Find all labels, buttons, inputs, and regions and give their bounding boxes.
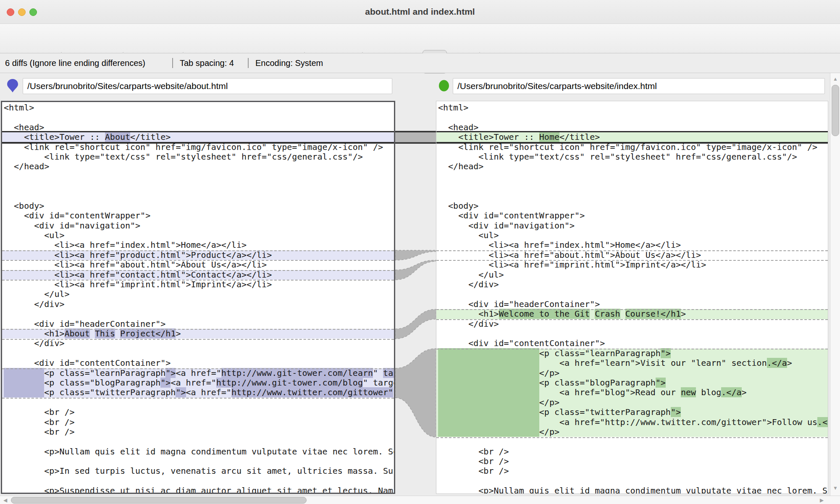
left-code-pane[interactable]: <html> <head> <title>Tower :: About</tit…	[1, 101, 395, 494]
scroll-down-arrow-icon[interactable]: ▼	[833, 486, 838, 491]
code-line: <body>	[2, 201, 394, 211]
code-line: <link type="text/css" rel="stylesheet" h…	[436, 152, 828, 162]
code-line	[436, 476, 828, 486]
code-line: <li><a href="about.html">About Us</a></l…	[2, 260, 394, 270]
code-line: <a href="blog">Read our new blog.</a>	[436, 388, 828, 397]
code-line: <html>	[2, 103, 394, 113]
code-line: <div id="contentContainer">	[2, 358, 394, 368]
code-line	[2, 457, 394, 466]
tab-spacing: Tab spacing: 4	[180, 53, 234, 73]
vertical-scroll-thumb[interactable]	[832, 85, 839, 136]
code-line: <p class="blogParagraph"><a href="http:/…	[2, 378, 394, 388]
vertical-scrollbar[interactable]: ▲ ▼	[830, 73, 840, 496]
code-line: <body>	[436, 201, 828, 211]
code-line: <br />	[436, 466, 828, 476]
code-line: </ul>	[436, 270, 828, 280]
code-line	[2, 172, 394, 181]
scroll-left-arrow-icon[interactable]: ◀	[3, 498, 7, 503]
diff-dashed-border	[436, 319, 828, 320]
code-line: <br />	[2, 417, 394, 427]
code-line: <p>In sed turpis luctus, venenatis arcu …	[2, 466, 394, 476]
code-line: <li><a href="about.html">About Us</a></l…	[436, 250, 828, 260]
code-line: <link type="text/css" rel="stylesheet" h…	[2, 152, 394, 162]
code-line: </head>	[2, 162, 394, 171]
code-line: <title>Tower :: Home</title>	[436, 132, 828, 142]
current-diff-border	[2, 142, 394, 144]
scroll-right-arrow-icon[interactable]: ▶	[820, 498, 824, 503]
status-separator	[172, 58, 173, 68]
left-code-content: <html> <head> <title>Tower :: About</tit…	[2, 102, 394, 494]
code-line: </head>	[436, 162, 828, 171]
code-line: <br />	[2, 427, 394, 437]
code-line	[436, 437, 828, 446]
code-line	[2, 113, 394, 122]
diff-connectors	[395, 101, 436, 494]
diff-dashed-border	[2, 270, 394, 271]
horizontal-scroll-thumb[interactable]	[11, 497, 307, 504]
code-line: <ul>	[2, 231, 394, 240]
status-separator	[248, 58, 249, 68]
code-line	[2, 349, 394, 358]
diff-dashed-border	[436, 250, 828, 251]
code-line: </p>	[436, 368, 828, 378]
diff-dashed-border	[2, 280, 394, 281]
code-line: <p>Nullam quis elit id magna condimentum…	[436, 486, 828, 494]
code-line: <a href="learn">Visit our "learn" sectio…	[436, 358, 828, 368]
code-line: <div id="contentWrapper">	[436, 211, 828, 220]
code-line	[2, 192, 394, 201]
diff-dashed-border	[2, 398, 394, 399]
code-line: </div>	[2, 299, 394, 309]
left-file-path-input[interactable]	[23, 78, 392, 94]
code-line	[436, 192, 828, 201]
code-line: </p>	[436, 427, 828, 437]
statusbar: 6 diffs (Ignore line ending differences)…	[0, 53, 840, 73]
code-line	[436, 172, 828, 181]
diff-dashed-border	[436, 437, 828, 438]
code-line: <li><a href="product.html">Product</a></…	[2, 250, 394, 260]
code-line	[2, 437, 394, 446]
code-line: <p class="learnParagraph">	[436, 349, 828, 358]
code-line: <h1>About This Project</h1>	[2, 329, 394, 339]
code-line: <a href="http://www.twitter.com/gittower…	[436, 417, 828, 427]
code-line	[2, 309, 394, 319]
horizontal-scrollbar[interactable]: ◀ ▶	[0, 496, 840, 504]
diff-dashed-border	[436, 309, 828, 310]
code-line: <p class="learnParagraph"><a href="http:…	[2, 368, 394, 378]
code-line: <html>	[436, 103, 828, 113]
right-file-marker-dot-icon	[438, 79, 450, 93]
code-line	[436, 329, 828, 339]
diff-dashed-border	[2, 260, 394, 261]
code-line: <br />	[436, 447, 828, 457]
code-line: <div id="headerContainer">	[436, 299, 828, 309]
code-line: <p>Suspendisse ut nisi ac diam auctor al…	[2, 486, 394, 494]
diff-summary: 6 diffs (Ignore line ending differences)	[5, 53, 145, 73]
toolbar: 1 2 3	[0, 24, 840, 53]
encoding: Encoding: System	[255, 53, 323, 73]
code-line: <h1>Welcome to the Git Crash Course!</h1…	[436, 309, 828, 319]
diff-dashed-border	[436, 349, 828, 349]
code-line: <div id="navigation">	[436, 221, 828, 231]
code-line	[2, 398, 394, 407]
code-line: </div>	[436, 319, 828, 329]
code-line: </p>	[436, 398, 828, 407]
code-line: <li><a href="imprint.html">Imprint</a></…	[436, 260, 828, 270]
code-line: <li><a href="imprint.html">Imprint</a></…	[2, 280, 394, 289]
diff-dashed-border	[436, 260, 828, 261]
code-line: <div id="headerContainer">	[2, 319, 394, 329]
code-line	[436, 181, 828, 191]
code-line: <div id="contentWrapper">	[2, 211, 394, 220]
code-line: <link rel="shortcut icon" href="img/favi…	[436, 142, 828, 152]
code-line	[2, 181, 394, 191]
code-line: <p class="twitterParagraph">	[436, 407, 828, 417]
scroll-up-arrow-icon[interactable]: ▲	[833, 76, 838, 81]
diff-dashed-border	[2, 368, 394, 369]
titlebar: about.html and index.html	[0, 0, 840, 24]
code-line: </div>	[2, 339, 394, 348]
code-line: <p class="blogParagraph">	[436, 378, 828, 388]
right-file-path-input[interactable]	[453, 78, 825, 94]
code-line: <ul>	[436, 231, 828, 240]
code-line: <p class="twitterParagraph"><a href="htt…	[2, 388, 394, 397]
right-code-pane[interactable]: <html> <head> <title>Tower :: Home</titl…	[436, 101, 828, 494]
diff-dashed-border	[2, 339, 394, 340]
code-line: <br />	[2, 407, 394, 417]
